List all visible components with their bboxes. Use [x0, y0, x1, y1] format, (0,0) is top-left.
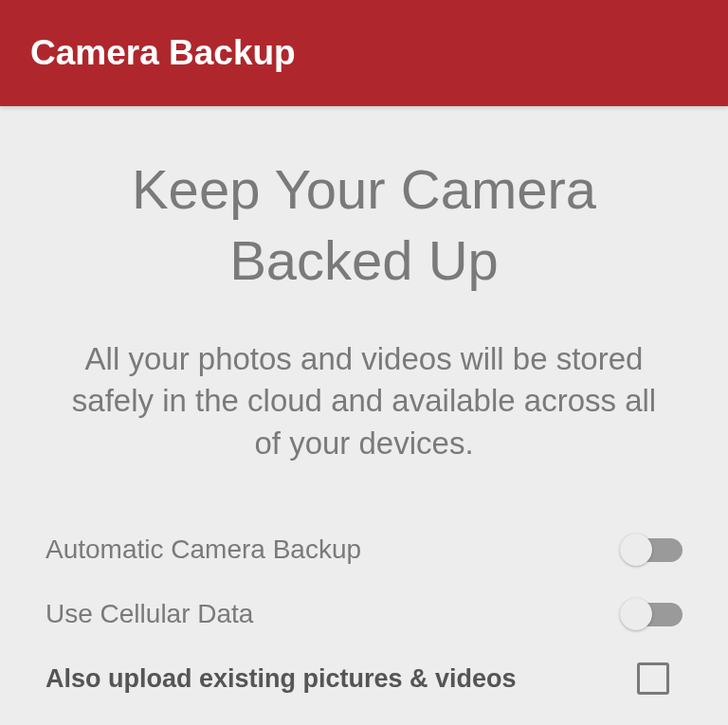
setting-row-upload-existing: Also upload existing pictures & videos	[46, 646, 682, 711]
page-title: Keep Your Camera Backed Up	[46, 154, 682, 297]
setting-row-auto-backup: Automatic Camera Backup	[46, 517, 682, 582]
cellular-toggle[interactable]	[622, 601, 682, 627]
auto-backup-toggle[interactable]	[622, 536, 682, 563]
app-header: Camera Backup	[0, 0, 728, 106]
header-title: Camera Backup	[30, 33, 296, 73]
auto-backup-label: Automatic Camera Backup	[46, 535, 361, 565]
main-content: Keep Your Camera Backed Up All your phot…	[0, 106, 728, 711]
cellular-label: Use Cellular Data	[46, 599, 253, 629]
upload-existing-checkbox[interactable]	[637, 662, 669, 695]
upload-existing-label: Also upload existing pictures & videos	[46, 664, 517, 694]
page-description: All your photos and videos will be store…	[46, 338, 682, 465]
setting-row-cellular: Use Cellular Data	[46, 582, 682, 646]
